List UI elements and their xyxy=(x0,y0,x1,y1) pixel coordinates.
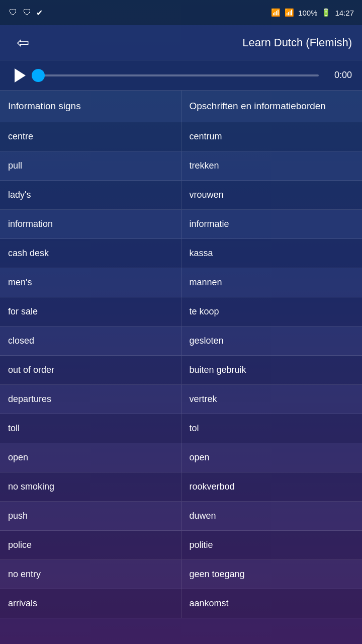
cell-dutch: politie xyxy=(182,531,363,559)
status-right: 📶 📶 100% 🔋 14:27 xyxy=(271,8,354,17)
cell-dutch: buiten gebruik xyxy=(182,356,363,384)
table-row: centrecentrum xyxy=(0,122,362,151)
cell-dutch: informatie xyxy=(182,210,363,238)
cell-english: pull xyxy=(0,151,182,180)
cell-dutch: vrouwen xyxy=(182,181,363,209)
vocab-table: Information signs Opschriften en informa… xyxy=(0,91,362,618)
table-row: pushduwen xyxy=(0,502,362,531)
table-row: cash deskkassa xyxy=(0,239,362,268)
cell-english: information xyxy=(0,210,182,238)
cell-dutch: vertrek xyxy=(182,385,363,414)
table-row: informationinformatie xyxy=(0,210,362,239)
cell-english: cash desk xyxy=(0,239,182,268)
cell-dutch: centrum xyxy=(182,122,363,151)
cell-dutch: geen toegang xyxy=(182,560,363,589)
cell-dutch: gesloten xyxy=(182,327,363,355)
battery-percent: 100% xyxy=(298,9,317,17)
cell-dutch: tol xyxy=(182,414,363,443)
check-icon: ✔ xyxy=(36,8,43,18)
cell-english: toll xyxy=(0,414,182,443)
table-row: men'smannen xyxy=(0,268,362,297)
status-icons: 🛡 🛡 ✔ xyxy=(8,8,43,18)
cell-dutch: open xyxy=(182,443,363,472)
audio-player: 0:00 xyxy=(0,60,362,91)
status-bar: 🛡 🛡 ✔ 📶 📶 100% 🔋 14:27 xyxy=(0,0,362,25)
app-header: ⇦ Learn Dutch (Flemish) xyxy=(0,25,362,60)
cell-english: out of order xyxy=(0,356,182,384)
table-row: policepolitie xyxy=(0,531,362,560)
time-display: 0:00 xyxy=(327,70,352,80)
cell-english: men's xyxy=(0,268,182,297)
back-arrow-icon: ⇦ xyxy=(17,34,29,51)
cell-dutch: trekken xyxy=(182,151,363,180)
battery-icon: 🔋 xyxy=(321,8,331,17)
table-row: for salete koop xyxy=(0,297,362,327)
cell-english: push xyxy=(0,502,182,530)
back-button[interactable]: ⇦ xyxy=(10,30,35,55)
cell-english: no entry xyxy=(0,560,182,589)
signal-icon: 📶 xyxy=(285,8,294,17)
cell-english: centre xyxy=(0,122,182,151)
cell-dutch: te koop xyxy=(182,297,363,326)
table-row: lady'svrouwen xyxy=(0,181,362,210)
cell-english: departures xyxy=(0,385,182,414)
cell-english: lady's xyxy=(0,181,182,209)
header-dutch: Opschriften en informatieborden xyxy=(182,91,363,122)
vocab-header-row: Information signs Opschriften en informa… xyxy=(0,91,362,122)
table-row: pulltrekken xyxy=(0,151,362,181)
cell-dutch: kassa xyxy=(182,239,363,268)
vocab-scroll-area[interactable]: Information signs Opschriften en informa… xyxy=(0,91,362,644)
cell-english: closed xyxy=(0,327,182,355)
play-icon xyxy=(15,68,26,83)
play-button[interactable] xyxy=(10,65,30,86)
table-row: out of orderbuiten gebruik xyxy=(0,356,362,385)
header-english: Information signs xyxy=(0,91,182,122)
page-title: Learn Dutch (Flemish) xyxy=(35,36,352,49)
clock: 14:27 xyxy=(335,9,354,17)
shield-icon-2: 🛡 xyxy=(22,8,32,18)
cell-dutch: aankomst xyxy=(182,589,363,618)
cell-dutch: mannen xyxy=(182,268,363,297)
cell-english: for sale xyxy=(0,297,182,326)
cell-english: no smoking xyxy=(0,472,182,501)
table-row: no entrygeen toegang xyxy=(0,560,362,589)
cell-english: open xyxy=(0,443,182,472)
table-row: closedgesloten xyxy=(0,327,362,356)
table-row: tolltol xyxy=(0,414,362,443)
cell-dutch: rookverbod xyxy=(182,472,363,501)
progress-bar[interactable] xyxy=(38,74,319,76)
table-row: no smokingrookverbod xyxy=(0,472,362,502)
table-row: arrivalsaankomst xyxy=(0,589,362,618)
cell-english: police xyxy=(0,531,182,559)
shield-icon-1: 🛡 xyxy=(8,8,18,18)
table-row: openopen xyxy=(0,443,362,472)
table-row: departuresvertrek xyxy=(0,385,362,414)
wifi-icon: 📶 xyxy=(271,8,281,17)
cell-dutch: duwen xyxy=(182,502,363,530)
cell-english: arrivals xyxy=(0,589,182,618)
progress-dot[interactable] xyxy=(32,69,45,82)
